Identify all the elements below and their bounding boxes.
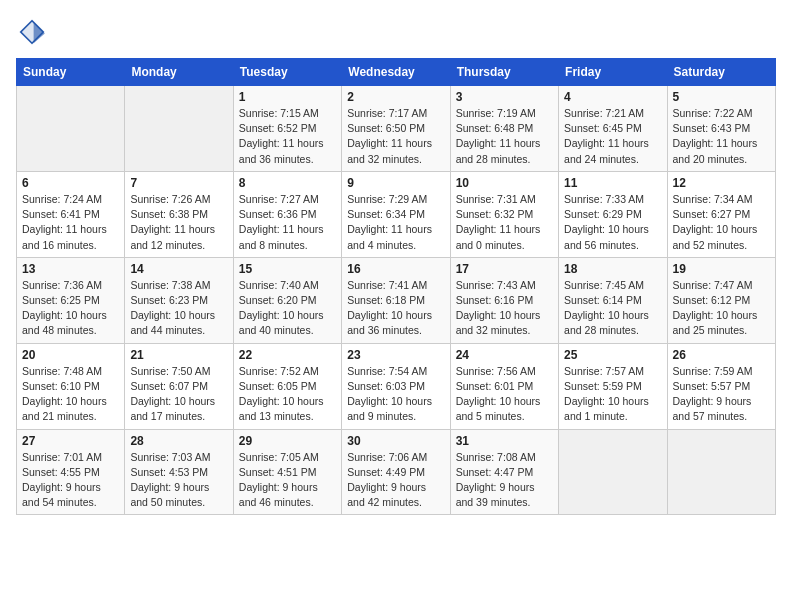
calendar-day-cell: 19Sunrise: 7:47 AM Sunset: 6:12 PM Dayli…	[667, 257, 775, 343]
day-info: Sunrise: 7:52 AM Sunset: 6:05 PM Dayligh…	[239, 364, 336, 425]
calendar-day-cell: 13Sunrise: 7:36 AM Sunset: 6:25 PM Dayli…	[17, 257, 125, 343]
day-number: 2	[347, 90, 444, 104]
day-number: 25	[564, 348, 661, 362]
day-info: Sunrise: 7:29 AM Sunset: 6:34 PM Dayligh…	[347, 192, 444, 253]
calendar-week-row: 13Sunrise: 7:36 AM Sunset: 6:25 PM Dayli…	[17, 257, 776, 343]
weekday-header-cell: Thursday	[450, 59, 558, 86]
day-info: Sunrise: 7:05 AM Sunset: 4:51 PM Dayligh…	[239, 450, 336, 511]
calendar-day-cell: 6Sunrise: 7:24 AM Sunset: 6:41 PM Daylig…	[17, 171, 125, 257]
day-info: Sunrise: 7:57 AM Sunset: 5:59 PM Dayligh…	[564, 364, 661, 425]
day-number: 17	[456, 262, 553, 276]
calendar-week-row: 1Sunrise: 7:15 AM Sunset: 6:52 PM Daylig…	[17, 86, 776, 172]
day-info: Sunrise: 7:24 AM Sunset: 6:41 PM Dayligh…	[22, 192, 119, 253]
page-header	[16, 16, 776, 48]
weekday-header-cell: Tuesday	[233, 59, 341, 86]
day-info: Sunrise: 7:59 AM Sunset: 5:57 PM Dayligh…	[673, 364, 770, 425]
day-info: Sunrise: 7:15 AM Sunset: 6:52 PM Dayligh…	[239, 106, 336, 167]
calendar-day-cell: 9Sunrise: 7:29 AM Sunset: 6:34 PM Daylig…	[342, 171, 450, 257]
day-info: Sunrise: 7:54 AM Sunset: 6:03 PM Dayligh…	[347, 364, 444, 425]
calendar-body: 1Sunrise: 7:15 AM Sunset: 6:52 PM Daylig…	[17, 86, 776, 515]
day-number: 20	[22, 348, 119, 362]
calendar-day-cell: 21Sunrise: 7:50 AM Sunset: 6:07 PM Dayli…	[125, 343, 233, 429]
day-number: 14	[130, 262, 227, 276]
day-number: 15	[239, 262, 336, 276]
calendar-day-cell: 1Sunrise: 7:15 AM Sunset: 6:52 PM Daylig…	[233, 86, 341, 172]
day-info: Sunrise: 7:31 AM Sunset: 6:32 PM Dayligh…	[456, 192, 553, 253]
day-number: 6	[22, 176, 119, 190]
calendar-day-cell: 24Sunrise: 7:56 AM Sunset: 6:01 PM Dayli…	[450, 343, 558, 429]
calendar-day-cell: 27Sunrise: 7:01 AM Sunset: 4:55 PM Dayli…	[17, 429, 125, 515]
day-number: 16	[347, 262, 444, 276]
weekday-header-row: SundayMondayTuesdayWednesdayThursdayFrid…	[17, 59, 776, 86]
weekday-header-cell: Friday	[559, 59, 667, 86]
day-number: 5	[673, 90, 770, 104]
day-number: 23	[347, 348, 444, 362]
calendar-day-cell: 16Sunrise: 7:41 AM Sunset: 6:18 PM Dayli…	[342, 257, 450, 343]
day-number: 22	[239, 348, 336, 362]
day-number: 30	[347, 434, 444, 448]
calendar-day-cell: 23Sunrise: 7:54 AM Sunset: 6:03 PM Dayli…	[342, 343, 450, 429]
day-number: 10	[456, 176, 553, 190]
weekday-header-cell: Monday	[125, 59, 233, 86]
logo	[16, 16, 52, 48]
calendar-day-cell: 2Sunrise: 7:17 AM Sunset: 6:50 PM Daylig…	[342, 86, 450, 172]
day-number: 29	[239, 434, 336, 448]
calendar-day-cell: 31Sunrise: 7:08 AM Sunset: 4:47 PM Dayli…	[450, 429, 558, 515]
calendar-day-cell: 30Sunrise: 7:06 AM Sunset: 4:49 PM Dayli…	[342, 429, 450, 515]
weekday-header-cell: Sunday	[17, 59, 125, 86]
calendar-day-cell	[125, 86, 233, 172]
calendar-day-cell: 5Sunrise: 7:22 AM Sunset: 6:43 PM Daylig…	[667, 86, 775, 172]
day-number: 8	[239, 176, 336, 190]
day-info: Sunrise: 7:41 AM Sunset: 6:18 PM Dayligh…	[347, 278, 444, 339]
day-info: Sunrise: 7:43 AM Sunset: 6:16 PM Dayligh…	[456, 278, 553, 339]
day-number: 13	[22, 262, 119, 276]
calendar-day-cell: 26Sunrise: 7:59 AM Sunset: 5:57 PM Dayli…	[667, 343, 775, 429]
day-number: 18	[564, 262, 661, 276]
day-number: 9	[347, 176, 444, 190]
day-info: Sunrise: 7:19 AM Sunset: 6:48 PM Dayligh…	[456, 106, 553, 167]
day-info: Sunrise: 7:34 AM Sunset: 6:27 PM Dayligh…	[673, 192, 770, 253]
day-info: Sunrise: 7:48 AM Sunset: 6:10 PM Dayligh…	[22, 364, 119, 425]
calendar-day-cell: 3Sunrise: 7:19 AM Sunset: 6:48 PM Daylig…	[450, 86, 558, 172]
calendar-day-cell: 14Sunrise: 7:38 AM Sunset: 6:23 PM Dayli…	[125, 257, 233, 343]
day-info: Sunrise: 7:38 AM Sunset: 6:23 PM Dayligh…	[130, 278, 227, 339]
calendar-day-cell	[559, 429, 667, 515]
day-info: Sunrise: 7:50 AM Sunset: 6:07 PM Dayligh…	[130, 364, 227, 425]
calendar-table: SundayMondayTuesdayWednesdayThursdayFrid…	[16, 58, 776, 515]
day-info: Sunrise: 7:36 AM Sunset: 6:25 PM Dayligh…	[22, 278, 119, 339]
calendar-day-cell	[667, 429, 775, 515]
day-info: Sunrise: 7:01 AM Sunset: 4:55 PM Dayligh…	[22, 450, 119, 511]
calendar-week-row: 6Sunrise: 7:24 AM Sunset: 6:41 PM Daylig…	[17, 171, 776, 257]
calendar-day-cell: 12Sunrise: 7:34 AM Sunset: 6:27 PM Dayli…	[667, 171, 775, 257]
day-info: Sunrise: 7:26 AM Sunset: 6:38 PM Dayligh…	[130, 192, 227, 253]
weekday-header-cell: Wednesday	[342, 59, 450, 86]
day-number: 28	[130, 434, 227, 448]
calendar-day-cell: 10Sunrise: 7:31 AM Sunset: 6:32 PM Dayli…	[450, 171, 558, 257]
logo-icon	[16, 16, 48, 48]
day-number: 31	[456, 434, 553, 448]
calendar-week-row: 27Sunrise: 7:01 AM Sunset: 4:55 PM Dayli…	[17, 429, 776, 515]
day-info: Sunrise: 7:03 AM Sunset: 4:53 PM Dayligh…	[130, 450, 227, 511]
calendar-day-cell: 28Sunrise: 7:03 AM Sunset: 4:53 PM Dayli…	[125, 429, 233, 515]
day-number: 19	[673, 262, 770, 276]
calendar-day-cell: 18Sunrise: 7:45 AM Sunset: 6:14 PM Dayli…	[559, 257, 667, 343]
day-info: Sunrise: 7:40 AM Sunset: 6:20 PM Dayligh…	[239, 278, 336, 339]
calendar-day-cell: 25Sunrise: 7:57 AM Sunset: 5:59 PM Dayli…	[559, 343, 667, 429]
calendar-day-cell: 22Sunrise: 7:52 AM Sunset: 6:05 PM Dayli…	[233, 343, 341, 429]
day-number: 26	[673, 348, 770, 362]
day-info: Sunrise: 7:27 AM Sunset: 6:36 PM Dayligh…	[239, 192, 336, 253]
day-number: 11	[564, 176, 661, 190]
day-info: Sunrise: 7:21 AM Sunset: 6:45 PM Dayligh…	[564, 106, 661, 167]
day-info: Sunrise: 7:45 AM Sunset: 6:14 PM Dayligh…	[564, 278, 661, 339]
calendar-day-cell: 29Sunrise: 7:05 AM Sunset: 4:51 PM Dayli…	[233, 429, 341, 515]
calendar-day-cell: 15Sunrise: 7:40 AM Sunset: 6:20 PM Dayli…	[233, 257, 341, 343]
day-number: 24	[456, 348, 553, 362]
day-number: 3	[456, 90, 553, 104]
weekday-header-cell: Saturday	[667, 59, 775, 86]
calendar-week-row: 20Sunrise: 7:48 AM Sunset: 6:10 PM Dayli…	[17, 343, 776, 429]
calendar-day-cell: 11Sunrise: 7:33 AM Sunset: 6:29 PM Dayli…	[559, 171, 667, 257]
day-number: 1	[239, 90, 336, 104]
day-info: Sunrise: 7:33 AM Sunset: 6:29 PM Dayligh…	[564, 192, 661, 253]
day-info: Sunrise: 7:56 AM Sunset: 6:01 PM Dayligh…	[456, 364, 553, 425]
day-number: 27	[22, 434, 119, 448]
